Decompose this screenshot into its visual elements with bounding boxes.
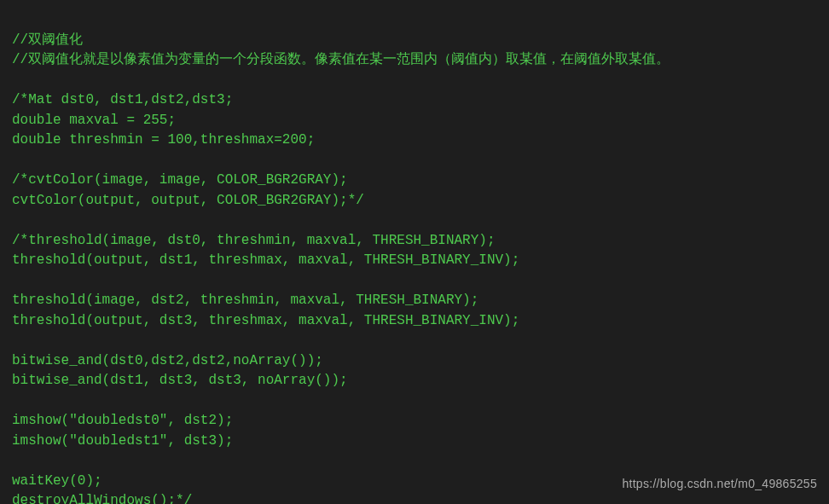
code-line: //双阈值化 bbox=[12, 32, 83, 48]
watermark-text: https://blog.csdn.net/m0_49865255 bbox=[622, 474, 817, 495]
code-line: cvtColor(output, output, COLOR_BGR2GRAY)… bbox=[12, 193, 364, 208]
code-line: /*Mat dst0, dst1,dst2,dst3; bbox=[12, 92, 233, 107]
code-line: threshold(image, dst2, threshmin, maxval… bbox=[12, 293, 478, 308]
code-line: //双阈值化就是以像素值为变量的一个分段函数。像素值在某一范围内（阈值内）取某值… bbox=[12, 52, 670, 67]
code-line: destroyAllWindows();*/ bbox=[12, 493, 192, 504]
code-line: imshow("doubledst0", dst2); bbox=[12, 413, 233, 428]
code-line: bitwise_and(dst0,dst2,dst2,noArray()); bbox=[12, 353, 323, 368]
code-line: double threshmin = 100,threshmax=200; bbox=[12, 132, 315, 148]
code-line: /*cvtColor(image, image, COLOR_BGR2GRAY)… bbox=[12, 172, 348, 188]
code-line: /*threshold(image, dst0, threshmin, maxv… bbox=[12, 233, 496, 248]
code-line: threshold(output, dst3, threshmax, maxva… bbox=[12, 313, 519, 328]
code-line: bitwise_and(dst1, dst3, dst3, noArray())… bbox=[12, 373, 348, 388]
code-line: double maxval = 255; bbox=[12, 113, 176, 128]
code-line: threshold(output, dst1, threshmax, maxva… bbox=[12, 252, 519, 268]
code-block: //双阈值化 //双阈值化就是以像素值为变量的一个分段函数。像素值在某一范围内（… bbox=[12, 10, 817, 504]
code-line: imshow("doubledst1", dst3); bbox=[12, 433, 233, 449]
code-line: waitKey(0); bbox=[12, 473, 102, 489]
